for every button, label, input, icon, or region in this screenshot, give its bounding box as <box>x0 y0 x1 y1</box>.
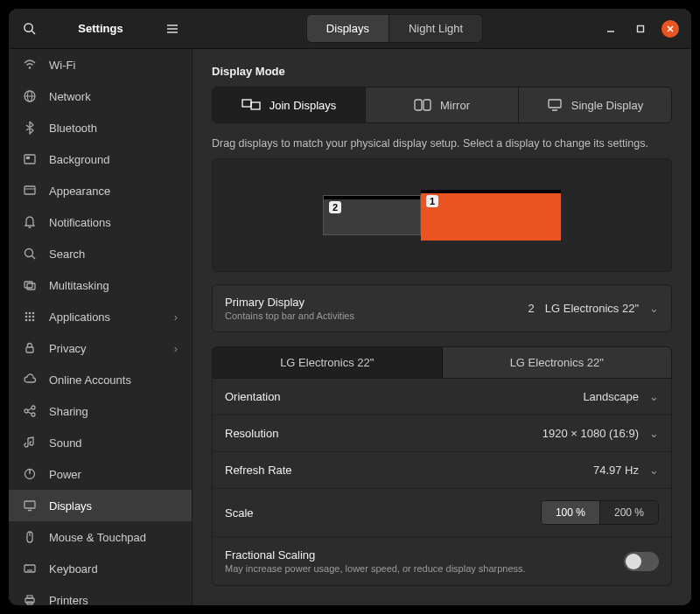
sidebar-item-label: Displays <box>49 499 92 513</box>
network-icon <box>23 89 37 103</box>
hamburger-button[interactable] <box>158 14 187 44</box>
svg-rect-39 <box>24 501 35 508</box>
mode-mirror[interactable]: Mirror <box>366 87 519 122</box>
svg-point-26 <box>29 316 32 318</box>
sidebar-item-label: Privacy <box>49 342 87 355</box>
sidebar-item-label: Bluetooth <box>49 122 97 135</box>
sidebar-item-label: Power <box>49 468 81 481</box>
power-icon <box>23 467 37 481</box>
svg-rect-43 <box>24 565 35 572</box>
orientation-label: Orientation <box>225 390 281 403</box>
svg-rect-52 <box>549 100 561 108</box>
svg-line-19 <box>32 256 36 260</box>
search-button[interactable] <box>14 14 44 44</box>
chevron-down-icon: ⌄ <box>649 427 659 440</box>
sidebar-item-online-accounts[interactable]: Online Accounts <box>9 364 192 395</box>
sidebar-item-keyboard[interactable]: Keyboard <box>9 553 192 584</box>
svg-rect-20 <box>24 282 32 288</box>
primary-display-number: 2 <box>528 302 535 315</box>
minimize-button[interactable] <box>602 20 620 38</box>
sidebar-item-multitasking[interactable]: Multitasking <box>9 269 192 301</box>
sidebar-item-mouse-touchpad[interactable]: Mouse & Touchpad <box>9 521 192 553</box>
view-switcher: Displays Night Light <box>306 14 483 43</box>
minimize-icon <box>606 24 615 33</box>
display-mode-title: Display Mode <box>212 65 672 78</box>
display-box-1[interactable]: 1 <box>421 190 561 241</box>
primary-display-sub: Contains top bar and Activities <box>225 310 354 321</box>
primary-display-text: Primary Display Contains top bar and Act… <box>225 296 354 321</box>
wifi-icon <box>23 58 37 72</box>
mode-single-display[interactable]: Single Display <box>519 87 671 122</box>
mode-label: Single Display <box>571 99 643 112</box>
scale-option-100[interactable]: 100 % <box>542 501 600 524</box>
fractional-text: Fractional Scaling May increase power us… <box>225 548 526 574</box>
bell-icon <box>23 215 37 229</box>
svg-rect-48 <box>242 100 251 107</box>
sidebar-item-applications[interactable]: Applications › <box>9 301 192 332</box>
svg-point-27 <box>32 316 35 318</box>
sidebar-item-search[interactable]: Search <box>9 238 192 269</box>
sidebar-item-power[interactable]: Power <box>9 458 192 490</box>
settings-window: Settings Displays Night Light <box>9 9 691 605</box>
maximize-button[interactable] <box>632 20 649 38</box>
sidebar-item-label: Online Accounts <box>49 373 131 387</box>
chevron-down-icon: ⌄ <box>649 464 659 477</box>
svg-rect-50 <box>415 100 422 110</box>
svg-point-22 <box>25 312 28 315</box>
fractional-sub: May increase power usage, lower speed, o… <box>225 563 526 574</box>
share-icon <box>23 404 37 418</box>
display-mode-switcher: Join Displays Mirror Single Display <box>212 87 672 123</box>
search-icon <box>23 247 37 261</box>
display-box-2[interactable]: 2 <box>323 195 421 235</box>
close-icon <box>666 24 675 33</box>
close-button[interactable] <box>662 20 679 38</box>
arrange-hint: Drag displays to match your physical dis… <box>212 137 672 150</box>
sidebar-item-privacy[interactable]: Privacy › <box>9 332 192 364</box>
svg-rect-15 <box>24 186 35 194</box>
sidebar-item-displays[interactable]: Displays <box>9 490 192 521</box>
sidebar[interactable]: Wi-Fi Network Bluetooth Background Appea… <box>9 49 192 605</box>
svg-point-29 <box>29 319 32 322</box>
sidebar-item-label: Sound <box>49 436 82 450</box>
svg-rect-49 <box>251 102 260 109</box>
tab-night-light[interactable]: Night Light <box>389 15 482 42</box>
fractional-scaling-switch[interactable] <box>624 552 659 571</box>
primary-display-row[interactable]: Primary Display Contains top bar and Act… <box>212 284 672 332</box>
tab-displays[interactable]: Displays <box>307 15 389 42</box>
chevron-down-icon: ⌄ <box>649 390 659 403</box>
scale-option-200[interactable]: 200 % <box>600 501 658 524</box>
sidebar-item-label: Printers <box>49 594 88 606</box>
display-topbar <box>421 190 561 193</box>
sidebar-item-sharing[interactable]: Sharing <box>9 395 192 427</box>
single-display-icon <box>547 98 563 112</box>
sidebar-item-sound[interactable]: Sound <box>9 427 192 458</box>
svg-point-33 <box>32 406 35 409</box>
display-detail-list: Orientation Landscape⌄ Resolution 1920 ×… <box>212 379 672 586</box>
sidebar-item-printers[interactable]: Printers <box>9 584 192 605</box>
display-arrangement-area[interactable]: 2 1 <box>212 158 672 272</box>
sidebar-item-label: Applications <box>49 310 110 324</box>
display-tab-1[interactable]: LG Electronics 22" <box>213 347 443 378</box>
music-icon <box>23 436 37 450</box>
resolution-row[interactable]: Resolution 1920 × 1080 (16:9)⌄ <box>213 415 671 452</box>
sidebar-item-background[interactable]: Background <box>9 143 192 175</box>
maximize-icon <box>636 24 645 33</box>
orientation-row[interactable]: Orientation Landscape⌄ <box>213 379 671 415</box>
mode-join-displays[interactable]: Join Displays <box>213 87 366 122</box>
sidebar-item-label: Wi-Fi <box>49 59 75 72</box>
scale-row: Scale 100 % 200 % <box>213 489 671 537</box>
appearance-icon <box>23 184 37 198</box>
svg-point-34 <box>32 413 35 416</box>
join-displays-icon <box>242 98 261 112</box>
sidebar-item-appearance[interactable]: Appearance <box>9 175 192 206</box>
sidebar-item-bluetooth[interactable]: Bluetooth <box>9 112 192 143</box>
sidebar-item-label: Multitasking <box>49 279 109 292</box>
main-panel: Display Mode Join Displays Mirror Single… <box>192 49 691 605</box>
display-tab-2[interactable]: LG Electronics 22" <box>443 347 672 378</box>
scale-label: Scale <box>225 506 254 520</box>
sidebar-item-network[interactable]: Network <box>9 80 192 112</box>
sidebar-item-notifications[interactable]: Notifications <box>9 206 192 238</box>
refresh-rate-row[interactable]: Refresh Rate 74.97 Hz⌄ <box>213 452 671 489</box>
sidebar-item-wifi[interactable]: Wi-Fi <box>9 49 192 80</box>
display-number-badge: 1 <box>426 195 438 207</box>
